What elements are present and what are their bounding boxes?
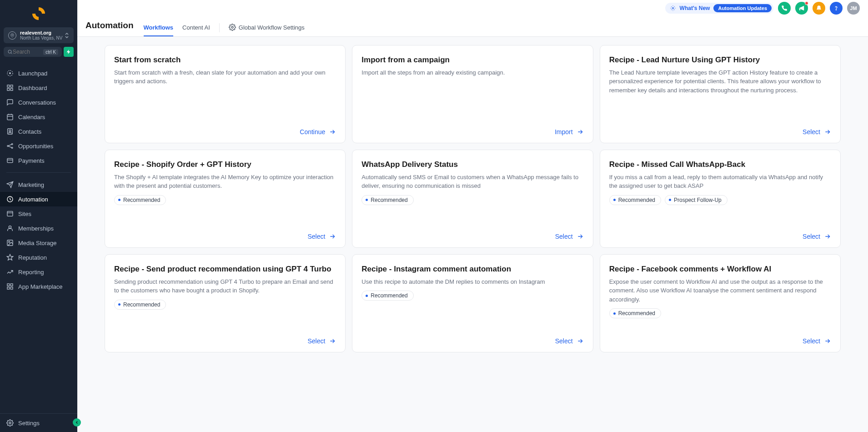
account-switcher[interactable]: realevent.org North Las Vegas, NV xyxy=(4,27,74,43)
card-title: Recipe - Send product recommendation usi… xyxy=(114,264,336,275)
automation-icon xyxy=(6,196,14,203)
svg-rect-17 xyxy=(7,211,13,216)
card-action-label: Continue xyxy=(300,128,325,136)
automation-updates-badge: Automation Updates xyxy=(713,4,772,12)
contacts-icon xyxy=(6,128,14,135)
svg-point-26 xyxy=(672,7,674,9)
sidebar-item-memberships[interactable]: Memberships xyxy=(0,221,77,236)
search-input-wrapper[interactable]: ctrl K xyxy=(4,47,62,57)
nav-item-label: Reporting xyxy=(18,269,44,276)
sidebar-item-sites[interactable]: Sites xyxy=(0,206,77,221)
sidebar-item-dashboard[interactable]: Dashboard xyxy=(0,80,77,95)
announcement-button[interactable] xyxy=(795,2,808,15)
card-tags: RecommendedProspect Follow-Up xyxy=(609,195,831,205)
tab-workflows[interactable]: Workflows xyxy=(144,20,174,36)
card-title: WhatsApp Delivery Status xyxy=(361,159,583,170)
recipe-card: WhatsApp Delivery StatusAutomatically se… xyxy=(352,150,593,248)
arrow-right-icon xyxy=(577,233,584,240)
sidebar-item-app-marketplace[interactable]: App Marketplace xyxy=(0,279,77,294)
marketing-icon xyxy=(6,181,14,188)
sidebar-item-payments[interactable]: Payments xyxy=(0,153,77,168)
card-action-button[interactable]: Select xyxy=(803,128,831,136)
whats-new-label: What's New xyxy=(680,5,710,11)
card-action-button[interactable]: Select xyxy=(803,233,831,240)
card-description: The Shopify + AI template integrates the… xyxy=(114,173,336,191)
card-action-button[interactable]: Import xyxy=(555,128,584,136)
card-description: Start from scratch with a fresh, clean s… xyxy=(114,68,336,86)
svg-rect-6 xyxy=(10,85,13,87)
card-action-button[interactable]: Select xyxy=(307,233,336,240)
sidebar-item-reputation[interactable]: Reputation xyxy=(0,250,77,265)
memberships-icon xyxy=(6,225,14,232)
nav-item-label: Conversations xyxy=(18,99,56,106)
sparkle-icon xyxy=(670,5,676,11)
card-tags: Recommended xyxy=(609,308,831,318)
recipe-card: Recipe - Missed Call WhatsApp-BackIf you… xyxy=(600,150,841,248)
calendar-icon xyxy=(6,113,14,121)
sidebar-item-calendars[interactable]: Calendars xyxy=(0,110,77,124)
whats-new-button[interactable]: What's New Automation Updates xyxy=(665,3,773,14)
bell-icon xyxy=(816,5,822,11)
payments-icon xyxy=(6,157,14,164)
tab-content-ai[interactable]: Content AI xyxy=(182,20,210,36)
user-avatar[interactable]: JM xyxy=(847,2,860,15)
sidebar-item-contacts[interactable]: Contacts xyxy=(0,124,77,139)
call-button[interactable] xyxy=(778,2,791,15)
tag-dot-icon xyxy=(669,199,671,201)
svg-point-25 xyxy=(9,422,11,424)
svg-rect-5 xyxy=(7,85,10,87)
card-tag: Recommended xyxy=(361,291,413,301)
card-title: Import from a campaign xyxy=(361,55,583,65)
arrow-right-icon xyxy=(824,233,831,240)
card-action-button[interactable]: Select xyxy=(307,337,336,345)
help-button[interactable] xyxy=(830,2,843,15)
nav-divider xyxy=(6,172,71,173)
search-input[interactable] xyxy=(13,49,43,55)
recipe-card: Recipe - Send product recommendation usi… xyxy=(105,254,346,352)
sidebar-item-settings[interactable]: Settings xyxy=(0,413,77,432)
svg-point-28 xyxy=(231,26,233,28)
tab-global-settings[interactable]: Global Workflow Settings xyxy=(229,19,305,36)
recipe-card: Recipe - Facebook comments + Workflow AI… xyxy=(600,254,841,352)
card-description: Use this recipe to automate the DM repli… xyxy=(361,277,583,286)
reporting-icon xyxy=(6,268,14,276)
content-scroll[interactable]: Start from scratchStart from scratch wit… xyxy=(77,37,868,432)
sidebar-item-reporting[interactable]: Reporting xyxy=(0,265,77,279)
card-description: If you miss a call from a lead, reply to… xyxy=(609,173,831,191)
card-action-label: Select xyxy=(803,128,820,136)
nav-item-label: Reputation xyxy=(18,254,47,261)
sidebar-item-marketing[interactable]: Marketing xyxy=(0,177,77,192)
card-title: Start from scratch xyxy=(114,55,336,65)
svg-rect-22 xyxy=(10,284,13,286)
arrow-right-icon xyxy=(824,128,831,136)
sidebar-item-conversations[interactable]: Conversations xyxy=(0,95,77,110)
arrow-right-icon xyxy=(824,337,831,345)
brand-logo-icon xyxy=(31,6,46,21)
gear-icon xyxy=(6,419,14,427)
topbar: What's New Automation Updates JM xyxy=(77,0,868,16)
card-action-button[interactable]: Select xyxy=(803,337,831,345)
sidebar-item-automation[interactable]: Automation xyxy=(0,192,77,206)
sidebar-item-media-storage[interactable]: Media Storage xyxy=(0,236,77,250)
card-tag: Recommended xyxy=(114,195,166,205)
card-action-button[interactable]: Select xyxy=(555,233,584,240)
svg-point-13 xyxy=(11,144,13,145)
collapse-sidebar-button[interactable] xyxy=(73,418,81,427)
tab-divider xyxy=(219,23,220,32)
recipe-card: Recipe - Instagram comment automationUse… xyxy=(352,254,593,352)
notifications-button[interactable] xyxy=(813,2,825,15)
sidebar-item-launchpad[interactable]: Launchpad xyxy=(0,66,77,80)
nav-list: LaunchpadDashboardConversationsCalendars… xyxy=(0,66,77,413)
svg-rect-7 xyxy=(7,88,10,90)
card-action-button[interactable]: Continue xyxy=(300,128,336,136)
arrow-right-icon xyxy=(577,337,584,345)
quick-add-button[interactable] xyxy=(64,47,74,57)
tag-dot-icon xyxy=(366,199,368,201)
sidebar-item-opportunities[interactable]: Opportunities xyxy=(0,139,77,153)
chevron-updown-icon xyxy=(65,32,69,39)
media-icon xyxy=(6,239,14,246)
card-description: Import all the steps from an already exi… xyxy=(361,68,583,77)
card-action-button[interactable]: Select xyxy=(555,337,584,345)
svg-point-14 xyxy=(11,147,13,149)
nav-item-label: Payments xyxy=(18,157,45,164)
